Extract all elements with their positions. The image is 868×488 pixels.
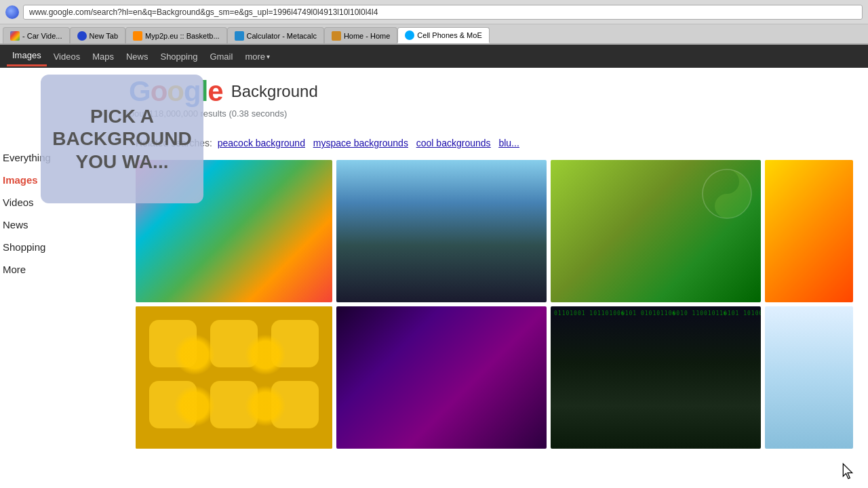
tab-calc[interactable]: Calculator - Metacalc	[227, 27, 324, 43]
svg-rect-7	[271, 381, 319, 428]
related-link-blu[interactable]: blu...	[498, 138, 519, 148]
tab-icon-myp2p	[133, 31, 142, 41]
image-thumb-partial-right[interactable]	[765, 160, 853, 302]
svg-rect-6	[210, 381, 258, 428]
nav-videos[interactable]: Videos	[48, 47, 86, 66]
center-results: Related searches: peacock background mys…	[122, 68, 868, 488]
tab-icon-cell	[405, 30, 414, 40]
image-thumb-light-blue[interactable]	[765, 306, 853, 449]
tab-label-calc: Calculator - Metacalc	[247, 32, 317, 40]
svg-rect-4	[271, 320, 319, 367]
nav-more-label: more	[245, 52, 265, 62]
popup-box: PICK A BACKGROUND YOU WA...	[41, 75, 203, 203]
popup-overlay: PICK A BACKGROUND YOU WA...	[0, 68, 224, 230]
image-thumb-waterfall[interactable]	[336, 160, 547, 302]
tab-myp2p[interactable]: Myp2p.eu :: Basketb...	[125, 27, 226, 43]
related-link-cool[interactable]: cool backgrounds	[416, 138, 491, 148]
tab-icon-home	[332, 31, 341, 41]
browser-tabs: - Car Vide... New Tab Myp2p.eu :: Basket…	[0, 24, 868, 45]
tab-cell[interactable]: Cell Phones & MoE	[397, 27, 489, 43]
tab-label-home: Home - Home	[344, 32, 390, 40]
nav-gmail[interactable]: Gmail	[204, 47, 238, 66]
address-input[interactable]: www.google.com/search?hl=en&q=Background…	[23, 5, 863, 20]
nav-images[interactable]: Images	[7, 46, 47, 66]
sidebar-label-more: More	[3, 264, 26, 275]
tab-icon-car	[10, 31, 20, 41]
image-thumb-squares[interactable]	[136, 306, 332, 449]
sidebar-item-shopping[interactable]: Shopping	[0, 236, 122, 258]
tab-car[interactable]: - Car Vide...	[3, 27, 70, 43]
main-content: Google Background About 118,000,000 resu…	[0, 68, 868, 488]
tab-label-cell: Cell Phones & MoE	[417, 31, 481, 39]
related-searches: Related searches: peacock background mys…	[136, 136, 854, 150]
tab-label-new: New Tab	[90, 32, 119, 40]
popup-line3: YOU WA...	[76, 151, 169, 172]
image-grid	[136, 160, 854, 449]
svg-rect-2	[149, 320, 197, 367]
tab-new[interactable]: New Tab	[70, 27, 126, 43]
tab-label-car: - Car Vide...	[22, 32, 62, 40]
google-nav-bar: Images Videos Maps News Shopping Gmail m…	[0, 45, 868, 68]
related-link-myspace[interactable]: myspace backgrounds	[313, 138, 408, 148]
chevron-down-icon: ▾	[267, 53, 270, 60]
sidebar-label-shopping: Shopping	[3, 241, 45, 253]
tab-icon-new	[77, 31, 87, 41]
nav-maps[interactable]: Maps	[87, 47, 119, 66]
popup-line1: PICK A	[90, 106, 154, 127]
svg-rect-5	[149, 381, 197, 428]
svg-rect-3	[210, 320, 258, 367]
image-thumb-yin-yang[interactable]	[551, 160, 761, 302]
tab-label-myp2p: Myp2p.eu :: Basketb...	[145, 32, 219, 40]
sidebar-item-more[interactable]: More	[0, 258, 122, 281]
related-link-peacock[interactable]: peacock background	[218, 138, 305, 148]
nav-more[interactable]: more ▾	[239, 47, 275, 66]
browser-logo-icon	[5, 5, 19, 19]
nav-shopping[interactable]: Shopping	[155, 47, 203, 66]
svg-rect-1	[136, 306, 332, 449]
nav-news[interactable]: News	[121, 47, 154, 66]
tab-home[interactable]: Home - Home	[324, 27, 397, 43]
tab-icon-calc	[235, 31, 244, 41]
image-thumb-purple[interactable]	[336, 306, 547, 449]
image-thumb-matrix[interactable]	[551, 306, 761, 449]
browser-address-bar: www.google.com/search?hl=en&q=Background…	[0, 0, 868, 24]
popup-line2: BACKGROUND	[52, 128, 191, 149]
popup-text: PICK A BACKGROUND YOU WA...	[52, 105, 191, 174]
